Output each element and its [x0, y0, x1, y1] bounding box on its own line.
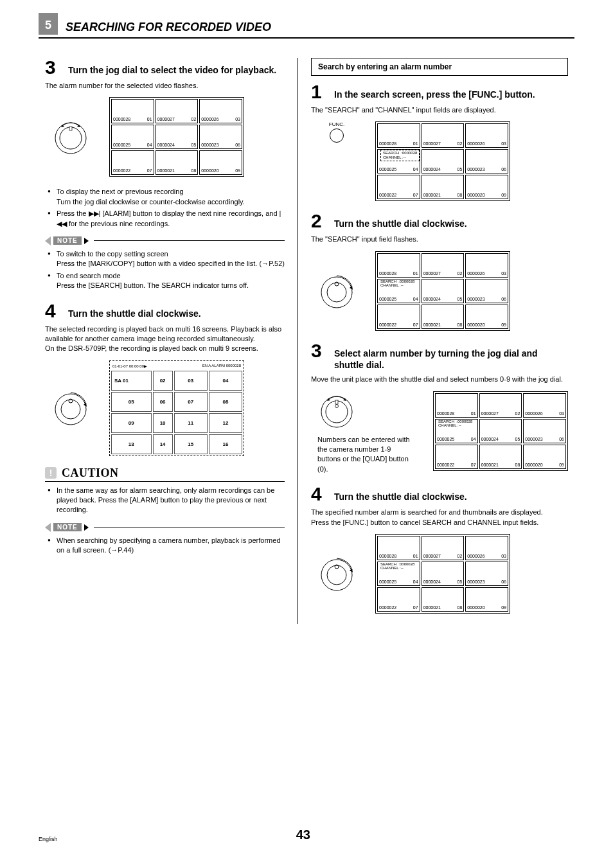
step-number: 3: [45, 58, 60, 77]
note-heading: NOTE: [45, 236, 285, 245]
step-title: Turn the jog dial to select the video fo…: [68, 64, 276, 76]
step-description: The specified number alarm is searched f…: [311, 508, 568, 527]
caution-item: In the same way as for alarm searching, …: [48, 486, 285, 515]
shuttle-dial-icon: [317, 554, 356, 593]
step-description: The "SEARCH" and "CHANNEL" input fields …: [311, 105, 568, 115]
caution-list: In the same way as for alarm searching, …: [48, 486, 285, 515]
svg-point-16: [335, 404, 339, 407]
step-description: The "SEARCH" input field flashes.: [311, 235, 568, 244]
search-mode-heading: Search by entering an alarm number: [311, 58, 568, 76]
step-description: Move the unit place with the shuttle dia…: [311, 375, 568, 384]
svg-point-9: [321, 277, 352, 308]
jog-dial-icon: [317, 391, 356, 430]
thumbnail-grid: 000002801 000002702 000002603 000002504 …: [375, 251, 510, 331]
note-item: To end search mode Press the [SEARCH] bu…: [48, 271, 285, 291]
page-number: 43: [58, 828, 549, 842]
thumbnail-grid: 000002801 000002702 000002603 000002504 …: [433, 391, 568, 471]
note-item: When searching by specifying a camera nu…: [48, 536, 285, 556]
left-column: 3 Turn the jog dial to select the video …: [39, 58, 298, 624]
step-number: 3: [311, 341, 326, 360]
step-title: Select alarm number by turning the jog d…: [334, 348, 568, 371]
shuttle-dial-icon: [317, 272, 356, 310]
shuttle-dial-icon: [51, 389, 90, 427]
page-footer: English 43: [39, 828, 574, 842]
multi-screen-grid: 01-01-07 00:00:00▶ EN A ALARM 0000028 SA…: [109, 360, 244, 456]
step-description: The selected recording is played back on…: [45, 324, 285, 354]
caution-icon: !: [45, 467, 57, 479]
thumbnail-grid: 000002801 000002702 000002603 000002504 …: [109, 97, 244, 177]
search-overlay: SEARCH :0000028 CHANNEL :--: [380, 150, 420, 161]
page-header: 5 SEARCHING FOR RECORDED VIDEO: [39, 19, 574, 39]
svg-point-19: [321, 560, 352, 590]
svg-rect-15: [335, 400, 338, 404]
side-note: Numbers can be entered with the camera n…: [317, 435, 414, 475]
svg-rect-2: [69, 127, 72, 130]
step-title: Turn the shuttle dial clockwise.: [334, 491, 467, 502]
bullet-list: To display the next or previous recordin…: [48, 187, 285, 229]
func-button-icon: FUNC.: [317, 121, 356, 143]
step-number: 2: [311, 211, 326, 231]
step-title: In the search screen, press the [FUNC.] …: [334, 89, 535, 100]
note-list: When searching by specifying a camera nu…: [48, 536, 285, 556]
step-description: The alarm number for the selected video …: [45, 81, 285, 91]
step-number: 4: [45, 301, 60, 321]
step-title: Turn the shuttle dial clockwise.: [334, 218, 467, 229]
thumbnail-grid: 000002801 000002702 000002603 000002504 …: [375, 121, 510, 201]
bullet-item: To display the next or previous recordin…: [48, 187, 285, 207]
step-number: 4: [311, 484, 326, 504]
bullet-item: Press the ▶▶| [ALARM] button to display …: [48, 209, 285, 229]
page-title: SEARCHING FOR RECORDED VIDEO: [66, 21, 271, 34]
section-number: 5: [39, 13, 58, 35]
svg-point-5: [55, 394, 86, 425]
note-item: To switch to the copy setting screen Pre…: [48, 249, 285, 269]
note-list: To switch to the copy setting screen Pre…: [48, 249, 285, 291]
note-heading: NOTE: [45, 523, 285, 532]
search-overlay: SEARCH :0000028 CHANNEL :--: [438, 420, 472, 428]
step-title: Turn the shuttle dial clockwise.: [68, 308, 201, 319]
search-overlay: SEARCH :0000028 CHANNEL :--: [380, 562, 414, 571]
language-label: English: [39, 836, 58, 842]
thumbnail-grid: 000002801 000002702 000002603 000002504 …: [375, 534, 510, 614]
step-number: 1: [311, 82, 326, 102]
right-column: Search by entering an alarm number 1 In …: [298, 58, 574, 624]
jog-dial-icon: [51, 118, 90, 156]
caution-heading: ! CAUTION: [45, 466, 285, 482]
search-overlay: SEARCH :0000028 CHANNEL :--: [380, 279, 414, 288]
